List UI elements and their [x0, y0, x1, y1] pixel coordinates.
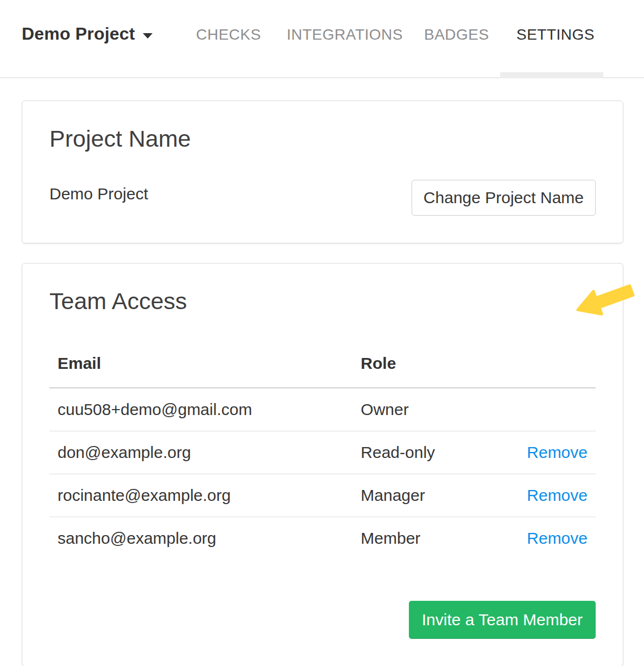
table-row: cuu508+demo@gmail.com Owner — [49, 388, 596, 431]
project-name-card-title: Project Name — [49, 127, 596, 150]
change-project-name-button[interactable]: Change Project Name — [412, 180, 596, 216]
invite-row: Invite a Team Member — [49, 601, 596, 639]
team-access-card-title: Team Access — [49, 290, 596, 313]
team-access-card: Team Access Email Role cuu508+demo@gmail… — [22, 263, 623, 666]
current-project-name: Demo Project — [49, 185, 148, 203]
member-email: don@example.org — [49, 431, 352, 474]
email-column-header: Email — [49, 340, 352, 388]
member-action-cell: Remove — [516, 431, 596, 474]
table-row: don@example.org Read-only Remove — [49, 431, 596, 474]
project-name-row: Demo Project Change Project Name — [49, 180, 596, 216]
table-row: sancho@example.org Member Remove — [49, 517, 596, 560]
member-action-cell: Remove — [516, 474, 596, 517]
member-role: Manager — [352, 474, 516, 517]
role-column-header: Role — [352, 340, 516, 388]
active-tab-indicator — [500, 72, 603, 78]
team-table-body: cuu508+demo@gmail.com Owner don@example.… — [49, 388, 596, 560]
settings-page: Project Name Demo Project Change Project… — [0, 78, 644, 666]
member-email: rocinante@example.org — [49, 474, 352, 517]
member-email: sancho@example.org — [49, 517, 352, 560]
tab-badges[interactable]: BADGES — [424, 27, 489, 42]
chevron-down-icon — [143, 33, 153, 39]
member-role: Owner — [352, 388, 516, 431]
project-name-card: Project Name Demo Project Change Project… — [22, 100, 623, 243]
team-members-table: Email Role cuu508+demo@gmail.com Owner d… — [49, 340, 596, 560]
tab-integrations[interactable]: INTEGRATIONS — [287, 27, 403, 42]
tab-settings[interactable]: SETTINGS — [516, 27, 595, 42]
member-action-cell: Remove — [516, 517, 596, 560]
project-switcher[interactable]: Demo Project — [22, 24, 153, 44]
member-action-cell — [516, 388, 596, 431]
remove-member-link[interactable]: Remove — [527, 486, 588, 504]
table-header-row: Email Role — [49, 340, 596, 388]
member-role: Read-only — [352, 431, 516, 474]
remove-member-link[interactable]: Remove — [527, 443, 588, 461]
project-nav: Demo Project CHECKS INTEGRATIONS BADGES … — [0, 0, 644, 78]
tab-checks[interactable]: CHECKS — [196, 27, 261, 42]
member-email: cuu508+demo@gmail.com — [49, 388, 352, 431]
actions-column-header — [516, 340, 596, 388]
table-row: rocinante@example.org Manager Remove — [49, 474, 596, 517]
member-role: Member — [352, 517, 516, 560]
project-name: Demo Project — [22, 24, 135, 44]
invite-team-member-button[interactable]: Invite a Team Member — [409, 601, 596, 639]
remove-member-link[interactable]: Remove — [527, 529, 588, 547]
